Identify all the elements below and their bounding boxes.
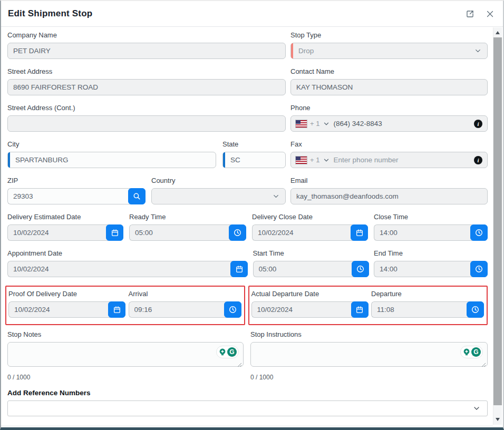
footer: Add to Favorites Cancel Update	[7, 426, 488, 430]
fax-dial-code: + 1	[310, 156, 319, 164]
resize-handle[interactable]	[481, 363, 486, 367]
search-icon	[132, 192, 141, 201]
stop-notes-label: Stop Notes	[7, 330, 244, 338]
proof-of-delivery-date-label: Proof Of Delivery Date	[8, 290, 125, 298]
vertical-scrollbar[interactable]	[493, 27, 502, 425]
stop-notes-textarea[interactable]	[7, 342, 244, 367]
email-field: Email	[290, 177, 488, 204]
city-field: City	[7, 140, 216, 168]
clock-button[interactable]	[470, 224, 488, 241]
proof-of-delivery-date-input[interactable]	[8, 301, 110, 318]
grammarly-icon: G	[471, 347, 481, 357]
fax-field: Fax + 1 i	[290, 140, 488, 168]
appointment-date-field: Appointment Date	[7, 249, 248, 277]
grammarly-widget[interactable]: G	[216, 346, 239, 358]
street-address-cont-label: Street Address (Cont.)	[7, 104, 286, 112]
zip-field: ZIP	[7, 177, 146, 204]
chevron-down-icon[interactable]	[323, 157, 330, 164]
arrival-input[interactable]	[129, 301, 226, 318]
calendar-button[interactable]	[106, 224, 123, 241]
chevron-down-icon	[272, 192, 280, 200]
street-address-cont-field: Street Address (Cont.)	[7, 104, 286, 132]
stop-instructions-textarea[interactable]	[250, 342, 488, 367]
ready-time-input[interactable]	[129, 224, 231, 241]
zip-search-button[interactable]	[128, 188, 146, 204]
actual-departure-date-label: Actual Departure Date	[251, 290, 369, 298]
calendar-icon	[355, 306, 364, 314]
close-icon[interactable]	[486, 9, 495, 18]
clock-button[interactable]	[467, 301, 484, 318]
city-input[interactable]	[7, 152, 216, 168]
calendar-icon	[113, 306, 121, 314]
calendar-button[interactable]	[108, 301, 125, 318]
arrival-label: Arrival	[129, 290, 241, 298]
calendar-button[interactable]	[351, 224, 368, 241]
ready-time-field: Ready Time	[129, 213, 246, 241]
departure-field: Departure	[371, 290, 484, 318]
departure-input[interactable]	[371, 301, 469, 318]
close-time-label: Close Time	[374, 213, 488, 221]
state-input[interactable]	[222, 152, 286, 168]
phone-input[interactable]	[333, 120, 471, 128]
clock-button[interactable]	[229, 224, 246, 241]
add-reference-numbers-label: Add Reference Numbers	[7, 389, 488, 397]
appointment-date-input[interactable]	[7, 261, 232, 277]
street-address-label: Street Address	[7, 67, 286, 75]
calendar-button[interactable]	[230, 261, 248, 277]
calendar-button[interactable]	[351, 301, 369, 318]
start-time-input[interactable]	[253, 261, 354, 277]
zip-input[interactable]	[7, 188, 130, 204]
modal-header: Edit Shipment Stop	[1, 1, 503, 27]
start-time-label: Start Time	[253, 249, 369, 257]
zip-label: ZIP	[7, 177, 146, 184]
state-field: State	[222, 140, 286, 168]
delivery-close-date-label: Delivery Close Date	[252, 213, 368, 221]
street-address-cont-input[interactable]	[7, 115, 286, 132]
arrival-field: Arrival	[129, 290, 241, 318]
grammarly-widget[interactable]: G	[460, 346, 483, 358]
stop-type-field: Stop Type Drop	[290, 31, 488, 59]
email-input[interactable]	[290, 188, 488, 204]
phone-dial-code: + 1	[310, 120, 319, 128]
email-label: Email	[290, 177, 488, 184]
company-name-label: Company Name	[7, 31, 286, 39]
contact-name-input[interactable]	[290, 79, 488, 95]
clock-button[interactable]	[470, 261, 488, 277]
scroll-up-arrow-icon	[496, 31, 500, 34]
stop-type-select[interactable]: Drop	[290, 43, 488, 59]
delivery-estimated-date-input[interactable]	[7, 224, 108, 241]
proof-of-delivery-date-field: Proof Of Delivery Date	[8, 290, 125, 318]
delivery-close-date-input[interactable]	[252, 224, 353, 241]
grammarly-icon: G	[227, 347, 237, 357]
street-address-input[interactable]	[7, 79, 286, 95]
stop-instructions-field: Stop Instructions G 0 / 1000	[250, 330, 488, 381]
close-time-input[interactable]	[374, 224, 472, 241]
add-reference-numbers-select[interactable]	[7, 400, 488, 416]
grammarly-suggestion-icon	[462, 348, 471, 356]
clock-button[interactable]	[224, 301, 241, 318]
stop-notes-field: Stop Notes G 0 / 1000	[7, 330, 244, 381]
fax-input[interactable]	[333, 156, 471, 164]
scrollbar-thumb[interactable]	[493, 37, 502, 405]
ready-time-label: Ready Time	[129, 213, 246, 221]
resize-handle[interactable]	[237, 363, 242, 367]
info-icon[interactable]: i	[474, 120, 482, 128]
clock-button[interactable]	[352, 261, 369, 277]
info-icon[interactable]: i	[474, 156, 482, 164]
country-select[interactable]	[151, 188, 286, 204]
actual-departure-highlight-box: Actual Departure Date Departure	[248, 286, 488, 325]
stop-type-label: Stop Type	[290, 31, 488, 39]
clock-icon	[228, 305, 237, 314]
scroll-up-button[interactable]	[493, 28, 502, 37]
stop-instructions-counter: 0 / 1000	[250, 374, 488, 381]
chevron-down-icon[interactable]	[323, 120, 330, 128]
company-name-input[interactable]	[7, 43, 286, 59]
expand-icon[interactable]	[465, 9, 475, 19]
end-time-input[interactable]	[374, 261, 472, 277]
clock-icon	[233, 228, 242, 237]
country-field: Country	[151, 177, 286, 204]
edit-shipment-stop-modal: Edit Shipment Stop Company Name Stop Typ…	[0, 0, 504, 430]
chevron-down-icon	[472, 404, 481, 413]
actual-departure-date-input[interactable]	[251, 301, 353, 318]
scroll-down-button[interactable]	[493, 415, 502, 424]
